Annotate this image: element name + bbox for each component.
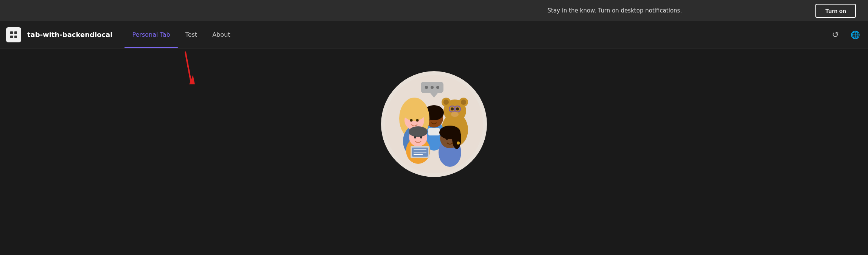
nav-bar: tab-with-backendlocal Personal Tab Test … bbox=[0, 21, 868, 48]
svg-rect-25 bbox=[428, 128, 440, 135]
tab-test[interactable]: Test bbox=[178, 21, 205, 48]
notification-text: Stay in the know. Turn on desktop notifi… bbox=[414, 7, 816, 14]
svg-point-29 bbox=[430, 118, 432, 120]
svg-point-18 bbox=[451, 107, 454, 110]
notification-bar: Stay in the know. Turn on desktop notifi… bbox=[0, 0, 868, 21]
globe-icon: 🌐 bbox=[851, 30, 860, 39]
red-arrow-annotation bbox=[170, 48, 201, 94]
grid-icon bbox=[9, 30, 18, 39]
globe-button[interactable]: 🌐 bbox=[848, 28, 862, 42]
tab-about[interactable]: About bbox=[205, 21, 238, 48]
svg-point-9 bbox=[425, 86, 428, 89]
app-title: tab-with-backendlocal bbox=[27, 31, 112, 39]
svg-point-35 bbox=[410, 119, 413, 122]
svg-point-39 bbox=[409, 126, 428, 137]
svg-point-51 bbox=[446, 137, 448, 140]
svg-point-19 bbox=[456, 107, 459, 110]
svg-rect-2 bbox=[10, 36, 13, 38]
svg-point-10 bbox=[431, 86, 434, 89]
turn-on-button[interactable]: Turn on bbox=[815, 4, 856, 18]
svg-rect-1 bbox=[14, 31, 17, 34]
main-content bbox=[0, 48, 868, 255]
app-icon bbox=[6, 27, 21, 42]
svg-point-40 bbox=[414, 136, 416, 138]
svg-point-23 bbox=[451, 112, 459, 117]
svg-point-53 bbox=[457, 141, 460, 145]
svg-point-52 bbox=[452, 137, 454, 140]
svg-point-34 bbox=[404, 107, 425, 121]
svg-point-16 bbox=[443, 100, 449, 105]
svg-point-36 bbox=[416, 119, 419, 122]
svg-point-17 bbox=[461, 100, 466, 105]
nav-actions: ↻ 🌐 bbox=[829, 28, 862, 42]
refresh-button[interactable]: ↻ bbox=[829, 28, 842, 42]
svg-point-11 bbox=[436, 86, 439, 89]
tab-personal-tab[interactable]: Personal Tab bbox=[124, 21, 177, 48]
svg-point-41 bbox=[420, 136, 422, 138]
people-illustration bbox=[381, 71, 487, 177]
refresh-icon: ↻ bbox=[832, 30, 839, 40]
svg-point-30 bbox=[436, 118, 438, 120]
nav-tabs: Personal Tab Test About bbox=[124, 21, 238, 48]
illustration-container bbox=[381, 71, 487, 177]
svg-rect-3 bbox=[14, 36, 17, 38]
svg-marker-5 bbox=[189, 75, 195, 84]
svg-line-4 bbox=[185, 52, 191, 82]
svg-rect-0 bbox=[10, 31, 13, 34]
people-svg bbox=[385, 75, 483, 173]
